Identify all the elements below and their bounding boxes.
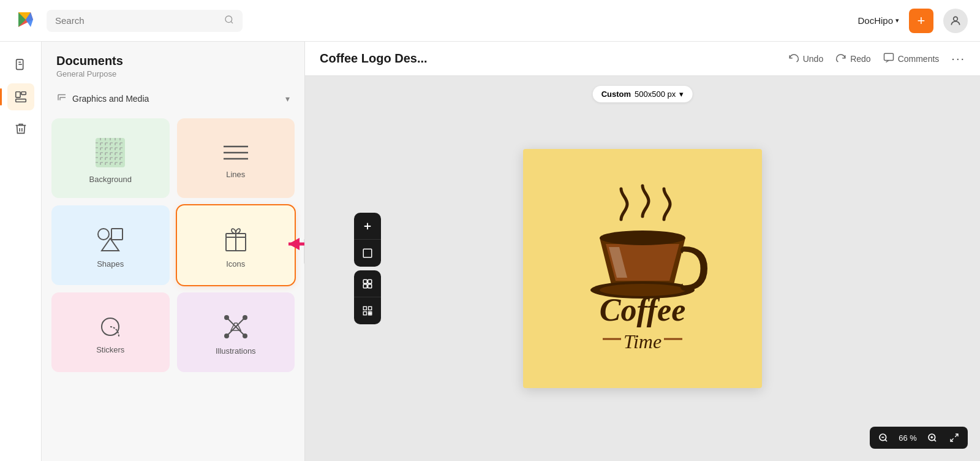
icons-gift-icon (224, 227, 248, 252)
svg-point-7 (954, 17, 958, 21)
shapes-label: Shapes (97, 259, 124, 269)
add-element-button[interactable] (354, 213, 381, 240)
more-button[interactable]: ··· (951, 51, 965, 66)
svg-rect-52 (368, 280, 372, 283)
lines-icon (224, 143, 248, 162)
svg-rect-51 (363, 280, 367, 283)
rail-item-trash[interactable] (7, 115, 34, 142)
coffee-logo-svg: Coffee Time (532, 158, 753, 379)
card-illustrations[interactable]: Illustrations (177, 292, 295, 372)
svg-rect-56 (369, 307, 372, 310)
svg-rect-13 (15, 99, 26, 102)
editor-actions: Undo Redo Comments (788, 51, 965, 66)
svg-rect-57 (363, 312, 366, 315)
editor-area: Coffee Logo Des... Undo (305, 42, 980, 461)
doc-title: Coffee Logo Des... (320, 51, 778, 66)
illustrations-icon (224, 314, 248, 339)
svg-rect-60 (369, 314, 370, 315)
stickers-label: Stickers (96, 345, 124, 354)
redo-button[interactable]: Redo (835, 52, 870, 65)
svg-line-73 (934, 440, 936, 441)
svg-rect-50 (363, 249, 372, 257)
canvas-surface[interactable]: Coffee Time (523, 149, 762, 388)
svg-point-32 (98, 229, 109, 240)
comments-button[interactable]: Comments (883, 52, 940, 65)
zoom-out-button[interactable] (875, 429, 892, 446)
grid-area: Background Lines (42, 111, 304, 379)
zoom-label: 66 % (897, 433, 919, 443)
svg-rect-59 (371, 312, 372, 313)
fullscreen-button[interactable] (946, 429, 963, 446)
card-icons[interactable]: Icons (177, 205, 295, 285)
illustrations-label: Illustrations (216, 346, 256, 356)
svg-point-62 (600, 230, 685, 245)
side-panel-subtitle: General Purpose (56, 69, 290, 78)
canvas-size-badge[interactable]: Custom 500x500 px ▾ (593, 86, 693, 102)
comments-icon (883, 52, 894, 65)
undo-button[interactable]: Undo (788, 52, 823, 65)
category-chevron-icon: ▾ (285, 94, 290, 104)
size-chevron-icon: ▾ (679, 90, 684, 99)
chevron-down-icon: ▾ (895, 17, 899, 25)
icons-label: Icons (226, 259, 245, 269)
category-icon (56, 92, 67, 105)
main-layout: Documents General Purpose Graphics and M… (0, 42, 980, 461)
canvas-wrapper: Custom 500x500 px ▾ (305, 76, 980, 461)
add-button[interactable]: + (909, 9, 933, 33)
editor-topbar: Coffee Logo Des... Undo (305, 42, 980, 76)
svg-line-77 (951, 438, 954, 441)
zoom-in-button[interactable] (924, 429, 941, 446)
category-dropdown[interactable]: Graphics and Media ▾ (42, 86, 304, 111)
svg-line-76 (955, 434, 958, 437)
svg-point-45 (243, 334, 247, 338)
svg-rect-11 (15, 92, 20, 97)
card-stickers[interactable]: Stickers (51, 292, 170, 372)
icon-rail (0, 42, 42, 461)
background-label: Background (89, 175, 132, 184)
svg-text:Time: Time (624, 330, 662, 352)
qr-code-button[interactable] (354, 297, 381, 324)
svg-rect-53 (363, 284, 367, 288)
topbar: DocHipo ▾ + (0, 0, 980, 42)
search-input[interactable] (55, 15, 219, 26)
topbar-right: DocHipo ▾ + (858, 9, 968, 33)
svg-rect-58 (369, 312, 370, 313)
lines-label: Lines (226, 170, 245, 179)
tool-group-bottom (354, 270, 381, 324)
svg-line-6 (231, 21, 233, 23)
arrow-annotation (282, 226, 304, 265)
shapes-icon (97, 227, 124, 252)
svg-point-42 (225, 316, 228, 319)
svg-rect-61 (371, 314, 372, 315)
undo-icon (788, 52, 799, 65)
svg-point-44 (225, 334, 228, 338)
search-icon (224, 15, 234, 27)
svg-rect-33 (111, 229, 123, 240)
tool-group-top (354, 213, 381, 267)
background-icon (96, 138, 125, 167)
svg-rect-55 (363, 307, 366, 310)
category-label: Graphics and Media (72, 94, 149, 104)
canvas-resize-button[interactable] (354, 240, 381, 267)
card-lines[interactable]: Lines (177, 118, 295, 198)
card-shapes[interactable]: Shapes (51, 205, 170, 285)
rail-item-template[interactable] (7, 83, 34, 110)
zoom-controls: 66 % (870, 427, 968, 449)
card-background[interactable]: Background (51, 118, 170, 198)
canvas-tools (354, 213, 381, 324)
side-panel-title: Documents (56, 54, 290, 68)
brand-label[interactable]: DocHipo ▾ (858, 15, 899, 26)
user-avatar[interactable] (943, 9, 968, 33)
redo-icon (835, 52, 846, 65)
svg-text:Coffee: Coffee (600, 292, 686, 327)
grid-view-button[interactable] (354, 270, 381, 297)
svg-marker-39 (288, 238, 300, 250)
svg-rect-54 (368, 284, 372, 288)
svg-rect-46 (884, 53, 893, 60)
side-panel: Documents General Purpose Graphics and M… (42, 42, 305, 461)
rail-item-document[interactable] (7, 51, 34, 78)
logo[interactable] (12, 7, 37, 34)
stickers-icon (99, 316, 121, 338)
search-box[interactable] (47, 10, 243, 32)
side-panel-header: Documents General Purpose (42, 42, 304, 86)
